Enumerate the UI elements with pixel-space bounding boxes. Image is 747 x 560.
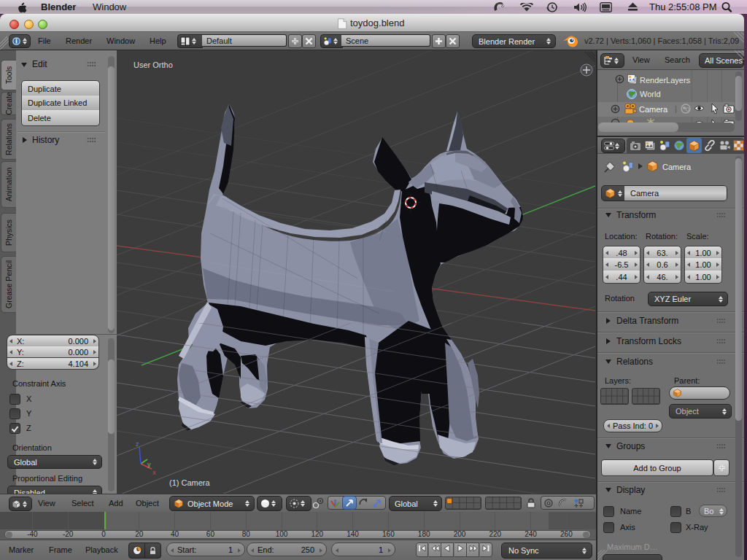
svg-text:User Ortho: User Ortho: [133, 61, 173, 69]
svg-text:x: x: [152, 469, 156, 476]
svg-text:(1) Camera: (1) Camera: [169, 478, 211, 487]
svg-text:y: y: [147, 461, 151, 468]
svg-text:z: z: [136, 440, 139, 448]
